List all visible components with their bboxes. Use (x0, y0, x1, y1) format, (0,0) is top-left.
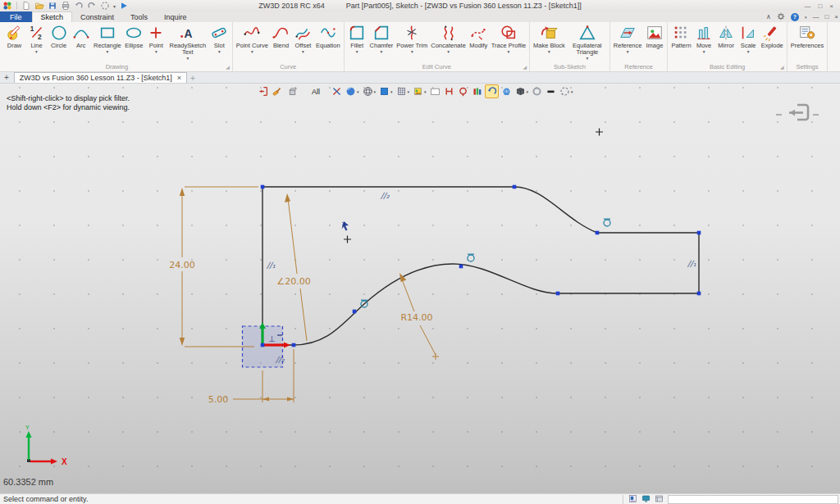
image-button[interactable]: Image (643, 23, 665, 50)
ellipse-button[interactable]: Ellipse (123, 23, 145, 50)
add-tab-button[interactable]: + (190, 74, 195, 83)
group-label: Reference (624, 63, 653, 70)
display-icon[interactable] (641, 494, 651, 504)
constraint-symbols[interactable]: //₁ //₂ //₁ //₂ ⊥ (266, 191, 696, 364)
offset-button[interactable]: Offset▾ (292, 23, 314, 55)
exit-sketch-float-icon[interactable] (776, 105, 819, 120)
redo-icon[interactable] (87, 1, 97, 11)
new-doc-icon[interactable] (21, 1, 31, 11)
fillet-button[interactable]: Fillet▾ (346, 23, 368, 55)
chevron-down-icon[interactable]: ▾ (508, 50, 510, 54)
help-icon[interactable]: ? (791, 13, 799, 21)
blend-button[interactable]: Blend (270, 23, 292, 50)
new-tab-button[interactable]: + (2, 73, 11, 83)
regen-icon[interactable] (100, 1, 110, 11)
panel-icon[interactable] (628, 494, 637, 504)
sketch-profile[interactable] (262, 187, 699, 345)
reference-button[interactable]: Reference▾ (612, 23, 644, 55)
arc-button[interactable]: Arc (70, 23, 92, 50)
dialog-launcher-icon[interactable]: ◢ (523, 64, 527, 70)
draw-button[interactable]: Draw (3, 23, 25, 50)
doc-close-button[interactable]: × (834, 13, 838, 20)
restore-button[interactable]: □ (818, 2, 822, 10)
sketch-points[interactable] (261, 185, 701, 347)
chevron-down-icon[interactable]: ▾ (447, 50, 450, 54)
perpendicular-constraint: ⊥ (268, 334, 276, 343)
point-button[interactable]: Point▾ (145, 23, 167, 55)
concatenate-button[interactable]: Concatenate▾ (429, 23, 468, 55)
chevron-down-icon[interactable]: ▾ (381, 50, 383, 54)
open-icon[interactable] (34, 1, 44, 11)
sketch-drawing[interactable]: 24.00 ∠20.00 R14.00 5.00 //₁ //₂ //₁ //₂… (0, 84, 840, 493)
chevron-down-icon[interactable]: ▾ (356, 50, 358, 54)
chevron-down-icon[interactable]: ▾ (186, 57, 189, 61)
chevron-down-icon[interactable]: ▾ (411, 50, 413, 54)
make-block-button[interactable]: Make Block▾ (532, 23, 567, 55)
dialog-launcher-icon[interactable]: ◢ (780, 64, 784, 70)
trace-profile-button[interactable]: Trace Profile▾ (490, 23, 527, 55)
readysketch-text-button[interactable]: AReadySketch Text▾ (167, 23, 208, 61)
tab-tools[interactable]: Tools (122, 11, 156, 22)
chevron-down-icon[interactable]: ▾ (302, 50, 304, 54)
document-tab-label: ZW3D vs Fusion 360 Lesson 11.Z3 - [Sketc… (20, 74, 172, 82)
start-icon[interactable] (119, 1, 129, 11)
tangency-constraint-icons[interactable] (361, 219, 610, 307)
explode-button[interactable]: Explode (760, 23, 785, 50)
tab-inquire[interactable]: Inquire (156, 11, 195, 22)
rectangle-button[interactable]: Rectangle▾ (92, 23, 123, 55)
ribbon-group-sub-sketch: Make Block▾Equilateral Triangle▾Sub-Sket… (530, 22, 610, 71)
chevron-down-icon[interactable]: ▾ (548, 50, 550, 54)
slot-button[interactable]: Slot▾ (208, 23, 231, 55)
tab-sketch[interactable]: Sketch (32, 11, 73, 22)
chevron-down-icon[interactable]: ▾ (155, 50, 158, 54)
minimize-button[interactable]: — (804, 2, 810, 10)
tab-close-icon[interactable]: × (177, 74, 181, 82)
modify-button[interactable]: Modify (468, 23, 490, 50)
chamfer-button[interactable]: Chamfer▾ (368, 23, 395, 55)
chevron-down-icon[interactable]: ▾ (627, 50, 629, 54)
button-label: Pattern (671, 43, 691, 49)
power-trim-button[interactable]: Power Trim▾ (395, 23, 429, 55)
preferences-button[interactable]: Preferences (789, 23, 825, 50)
make-block-icon (540, 24, 558, 42)
save-icon[interactable] (48, 1, 57, 11)
equilateral-triangle-button[interactable]: Equilateral Triangle▾ (567, 23, 608, 61)
ribbon-group-settings: PreferencesSettings (788, 22, 828, 71)
help-dropdown-caret[interactable]: ▾ (805, 15, 807, 20)
dimensions[interactable] (180, 187, 439, 402)
pattern-button[interactable]: Pattern (669, 23, 692, 50)
chevron-down-icon[interactable]: ▾ (703, 50, 705, 54)
chevron-down-icon[interactable]: ▾ (586, 57, 588, 61)
move-button[interactable]: Move▾ (693, 23, 715, 55)
status-input-field[interactable] (668, 495, 838, 504)
chevron-down-icon[interactable]: ▾ (747, 50, 750, 54)
modify-icon (469, 24, 487, 42)
line-button[interactable]: 12Line▾ (25, 23, 48, 55)
dimension-labels[interactable]: 24.00 ∠20.00 R14.00 5.00 (169, 260, 432, 405)
dialog-launcher-icon[interactable]: ◢ (226, 64, 230, 70)
chevron-down-icon[interactable]: ▾ (218, 50, 221, 54)
dim-r14: R14.00 (400, 312, 432, 323)
undo-icon[interactable] (74, 1, 84, 11)
ribbon-collapse-button[interactable]: ∧ (766, 13, 771, 20)
tab-file[interactable]: File (0, 11, 32, 22)
window-icon[interactable] (655, 494, 664, 504)
equation-button[interactable]: Equation (314, 23, 342, 50)
doc-minimize-button[interactable]: — (812, 13, 819, 20)
chevron-down-icon[interactable]: ▾ (107, 50, 109, 54)
tab-constraint[interactable]: Constraint (72, 11, 122, 22)
mirror-button[interactable]: Mirror (715, 23, 737, 50)
circle-button[interactable]: Circle (48, 23, 70, 50)
move-icon (695, 24, 713, 42)
chevron-down-icon[interactable]: ▾ (35, 50, 38, 54)
sketch-canvas[interactable]: All▾▾▾▾▾▾▾ <Shift-right-click> to displa… (0, 84, 840, 493)
print-icon[interactable] (61, 1, 71, 11)
document-tab[interactable]: ZW3D vs Fusion 360 Lesson 11.Z3 - [Sketc… (14, 72, 187, 83)
point-curve-button[interactable]: Point Curve▾ (235, 23, 270, 55)
qat-dropdown-caret[interactable]: ▾ (113, 3, 116, 9)
scale-button[interactable]: Scale▾ (737, 23, 760, 55)
close-button[interactable]: × (829, 2, 833, 10)
doc-restore-button[interactable]: □ (824, 13, 829, 20)
chevron-down-icon[interactable]: ▾ (251, 50, 253, 54)
gear-icon[interactable] (777, 12, 785, 22)
